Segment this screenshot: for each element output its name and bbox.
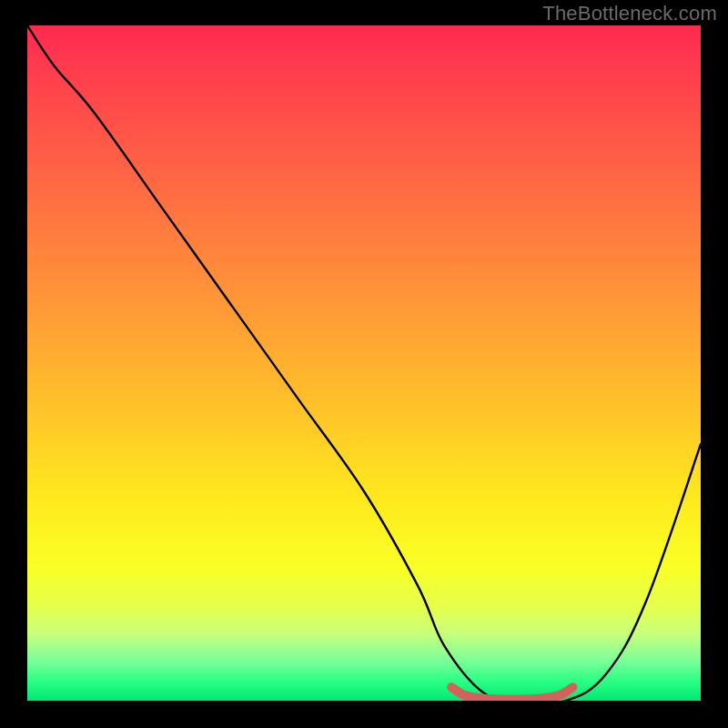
curve-overlay [27,25,701,701]
optimal-range-highlight [451,687,572,699]
bottleneck-curve-line [27,25,701,701]
attribution-text: TheBottleneck.com [542,2,717,25]
chart-frame: TheBottleneck.com [0,0,728,728]
plot-area [27,25,701,701]
